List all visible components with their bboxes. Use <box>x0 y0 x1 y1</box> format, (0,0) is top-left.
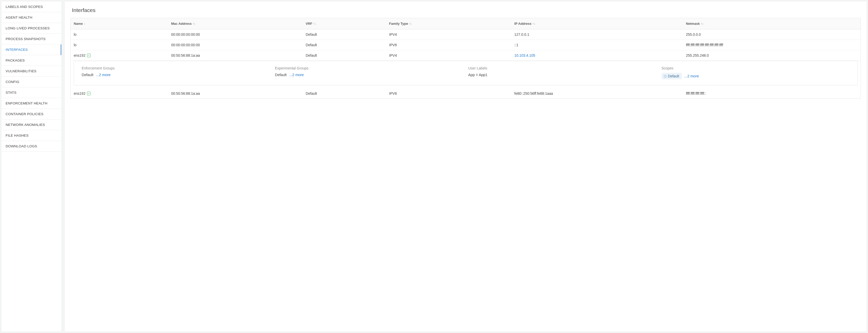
cell-family: IPV6 <box>389 91 515 95</box>
interface-name: lo <box>74 43 76 47</box>
cube-icon: ⬡ <box>663 74 666 78</box>
col-header-ip-label: IP Address <box>515 22 531 26</box>
sort-both-icon: ↑↓ <box>313 22 316 25</box>
cell-netmask: 255.255.248.0 <box>686 53 858 57</box>
sidebar: LABELS AND SCOPESAGENT HEALTHLONG LIVED … <box>2 2 61 331</box>
sidebar-item-file-hashes[interactable]: FILE HASHES <box>2 130 61 141</box>
sidebar-item-stats[interactable]: STATS <box>2 87 61 98</box>
cell-name: ens192✓ <box>74 53 171 57</box>
user-labels: User LabelsApp = App1 <box>468 66 656 79</box>
cell-mac: 00:00:00:00:00:00 <box>171 43 306 47</box>
cell-vrf: Default <box>306 91 389 95</box>
sort-down-icon: ↓ <box>84 22 85 25</box>
sort-both-icon: ↑↓ <box>193 22 195 25</box>
cell-ip: fe80::250:56ff:fe88:1aaa <box>515 91 686 95</box>
enforcement-groups: Enforcement GroupsDefault...2 more <box>82 66 270 79</box>
cell-netmask: ffff:ffff:ffff:ffff:ffff:ffff:ffff:ffff <box>686 43 858 47</box>
cell-mac: 00:50:56:88:1a:aa <box>171 91 306 95</box>
interface-name: ens192 <box>74 91 86 95</box>
scopes-value: ⬡Default...2 more <box>661 73 850 79</box>
experimental-groups-more-link[interactable]: ...2 more <box>289 73 304 77</box>
cell-name: lo <box>74 32 171 36</box>
row-detail-panel: Enforcement GroupsDefault...2 moreExperi… <box>74 61 858 85</box>
sidebar-item-config[interactable]: CONFIG <box>2 77 61 87</box>
sidebar-item-long-lived-processes[interactable]: LONG LIVED PROCESSES <box>2 23 61 34</box>
page-title: Interfaces <box>70 7 861 13</box>
col-header-netmask-label: Netmask <box>686 22 700 26</box>
sidebar-item-enforcement-health[interactable]: ENFORCEMENT HEALTH <box>2 98 61 109</box>
enforcement-groups-heading: Enforcement Groups <box>82 66 270 70</box>
experimental-groups: Experimental GroupsDefault...2 more <box>275 66 463 79</box>
cell-family: IPV4 <box>389 32 515 36</box>
sidebar-item-agent-health[interactable]: AGENT HEALTH <box>2 12 61 23</box>
cell-name: ens192✓ <box>74 91 171 95</box>
experimental-groups-value: Default...2 more <box>275 73 463 77</box>
cell-vrf: Default <box>306 43 389 47</box>
table-row[interactable]: lo00:00:00:00:00:00DefaultIPV4127.0.0.12… <box>71 29 861 40</box>
table-row[interactable]: ens192✓00:50:56:88:1a:aaDefaultIPV6fe80:… <box>71 88 861 99</box>
col-header-name[interactable]: Name ↓ <box>74 22 171 26</box>
cell-netmask: 255.0.0.0 <box>686 32 858 36</box>
col-header-mac-label: Mac Address <box>171 22 192 26</box>
scope-chip[interactable]: ⬡Default <box>661 73 682 79</box>
sidebar-item-download-logs[interactable]: DOWNLOAD LOGS <box>2 141 61 152</box>
experimental-groups-heading: Experimental Groups <box>275 66 463 70</box>
col-header-ip[interactable]: IP Address ↑↓ <box>515 22 686 26</box>
sidebar-item-packages[interactable]: PACKAGES <box>2 55 61 66</box>
enforcement-groups-text: Default <box>82 73 93 77</box>
interface-name: lo <box>74 32 76 36</box>
sidebar-item-vulnerabilities[interactable]: VULNERABILITIES <box>2 66 61 77</box>
sort-both-icon: ↑↓ <box>409 22 412 25</box>
sort-both-icon: ↑↓ <box>532 22 535 25</box>
cell-ip: ::1 <box>515 43 686 47</box>
main-content: Interfaces Name ↓ Mac Address ↑↓ VRF ↑↓ … <box>65 2 866 331</box>
cell-mac: 00:00:00:00:00:00 <box>171 32 306 36</box>
table-body: lo00:00:00:00:00:00DefaultIPV4127.0.0.12… <box>71 29 861 99</box>
cell-vrf: Default <box>306 32 389 36</box>
user-labels-heading: User Labels <box>468 66 656 70</box>
cell-name: lo <box>74 43 171 47</box>
table-header-row: Name ↓ Mac Address ↑↓ VRF ↑↓ Family Type… <box>71 18 861 29</box>
col-header-netmask[interactable]: Netmask ↑↓ <box>686 22 858 26</box>
table-row[interactable]: ens192✓00:50:56:88:1a:aaDefaultIPV410.10… <box>71 50 861 61</box>
scopes-more-link[interactable]: ...2 more <box>684 74 699 78</box>
col-header-mac[interactable]: Mac Address ↑↓ <box>171 22 306 26</box>
col-header-family[interactable]: Family Type ↑↓ <box>389 22 515 26</box>
enforcement-groups-value: Default...2 more <box>82 73 270 77</box>
cell-netmask: ffff:ffff:ffff:ffff:: <box>686 91 858 95</box>
enforcement-groups-more-link[interactable]: ...2 more <box>96 73 111 77</box>
cell-vrf: Default <box>306 53 389 57</box>
table-row[interactable]: lo00:00:00:00:00:00DefaultIPV6::1ffff:ff… <box>71 40 861 50</box>
col-header-name-label: Name <box>74 22 83 26</box>
cell-ip: 127.0.0.1 <box>515 32 686 36</box>
cell-mac: 00:50:56:88:1a:aa <box>171 53 306 57</box>
scope-chip-label: Default <box>668 74 679 78</box>
sidebar-item-labels-and-scopes[interactable]: LABELS AND SCOPES <box>2 2 61 12</box>
scopes: Scopes⬡Default...2 more <box>661 66 850 79</box>
scopes-heading: Scopes <box>661 66 850 70</box>
cell-family: IPV6 <box>389 43 515 47</box>
sidebar-item-container-policies[interactable]: CONTAINER POLICIES <box>2 109 61 119</box>
col-header-vrf[interactable]: VRF ↑↓ <box>306 22 389 26</box>
cell-ip[interactable]: 10.103.4.105 <box>515 53 686 57</box>
sidebar-item-process-snapshots[interactable]: PROCESS SNAPSHOTS <box>2 34 61 45</box>
interface-name: ens192 <box>74 53 86 57</box>
cell-family: IPV4 <box>389 53 515 57</box>
sidebar-item-network-anomalies[interactable]: NETWORK ANOMALIES <box>2 119 61 130</box>
user-labels-value: App = App1 <box>468 73 656 77</box>
check-icon: ✓ <box>87 92 91 95</box>
col-header-family-label: Family Type <box>389 22 408 26</box>
sort-both-icon: ↑↓ <box>701 22 704 25</box>
interfaces-table: Name ↓ Mac Address ↑↓ VRF ↑↓ Family Type… <box>70 18 861 99</box>
experimental-groups-text: Default <box>275 73 287 77</box>
check-icon: ✓ <box>87 54 91 57</box>
sidebar-item-interfaces[interactable]: INTERFACES <box>2 45 61 55</box>
col-header-vrf-label: VRF <box>306 22 312 26</box>
